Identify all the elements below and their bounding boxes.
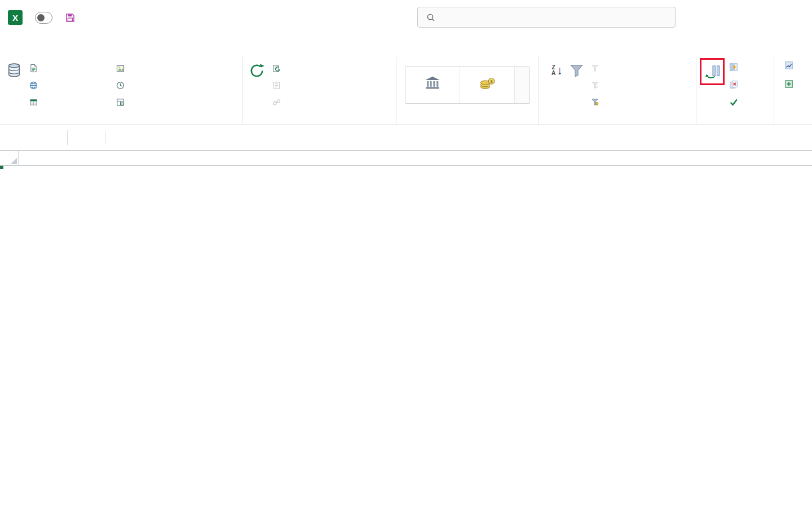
recent-sources-button[interactable] bbox=[113, 77, 213, 94]
ribbon-group-get-transform-data bbox=[0, 56, 242, 125]
search-icon bbox=[426, 13, 435, 22]
currencies-button[interactable]: $ bbox=[460, 67, 515, 103]
save-icon bbox=[65, 13, 75, 23]
excel-logo-letter: X bbox=[12, 13, 18, 23]
undo-button[interactable] bbox=[83, 17, 84, 19]
data-types-gallery: $ bbox=[405, 67, 530, 104]
flash-fill-icon bbox=[729, 63, 738, 72]
excel-logo-icon[interactable]: X bbox=[8, 10, 23, 25]
picture-icon bbox=[116, 64, 125, 73]
autosave-toggle[interactable] bbox=[35, 12, 52, 24]
filter-funnel-icon bbox=[570, 60, 584, 81]
table-icon bbox=[29, 98, 38, 107]
advanced-filter-button[interactable] bbox=[588, 94, 606, 110]
name-box[interactable] bbox=[0, 130, 68, 145]
stocks-button[interactable] bbox=[405, 67, 460, 103]
remove-duplicates-button[interactable] bbox=[727, 77, 742, 92]
refresh-all-button[interactable] bbox=[246, 58, 268, 82]
coins-icon: $ bbox=[479, 76, 496, 92]
globe-icon bbox=[29, 81, 38, 90]
from-table-range-button[interactable] bbox=[26, 94, 112, 110]
text-to-columns-button[interactable] bbox=[701, 60, 723, 83]
link-icon bbox=[272, 98, 281, 107]
filter-button[interactable] bbox=[567, 58, 586, 82]
from-picture-button[interactable] bbox=[113, 60, 213, 77]
ribbon-group-forecast-partial bbox=[774, 56, 812, 125]
group-label-sort-filter bbox=[539, 121, 696, 125]
svg-text:$: $ bbox=[490, 79, 493, 84]
ribbon-group-data-tools bbox=[696, 56, 774, 125]
text-csv-file-icon bbox=[29, 64, 38, 73]
grid-column-headers bbox=[0, 151, 812, 166]
clear-filter-button[interactable] bbox=[588, 60, 606, 77]
grid-rows bbox=[0, 166, 812, 518]
refresh-icon bbox=[249, 60, 265, 81]
what-if-analysis-button[interactable] bbox=[782, 77, 797, 91]
sort-ascending-button[interactable] bbox=[542, 64, 548, 79]
clock-icon bbox=[116, 81, 125, 90]
sort-descending-button[interactable] bbox=[542, 85, 548, 100]
flash-fill-button[interactable] bbox=[727, 60, 742, 74]
group-label-data-types bbox=[396, 121, 538, 125]
group-label-queries-connections bbox=[242, 121, 396, 125]
formula-bar bbox=[0, 125, 812, 151]
bank-icon bbox=[424, 76, 441, 92]
ribbon-group-data-types: $ bbox=[396, 56, 539, 125]
existing-connections-button[interactable] bbox=[113, 94, 213, 110]
group-label-data-tools bbox=[696, 121, 774, 125]
toggle-knob-icon bbox=[37, 14, 45, 21]
ribbon-group-sort-filter: ZA↓ bbox=[539, 56, 696, 125]
from-web-button[interactable] bbox=[26, 77, 112, 94]
sort-dialog-icon: ZA↓ bbox=[551, 60, 563, 81]
what-if-analysis-icon bbox=[784, 79, 793, 89]
group-label-get-transform bbox=[0, 121, 242, 125]
excel-window: X bbox=[0, 0, 812, 518]
text-to-columns-highlight-box bbox=[700, 58, 725, 85]
properties-button[interactable] bbox=[269, 77, 288, 94]
group-label-partial bbox=[774, 121, 812, 125]
formula-bar-separator bbox=[105, 131, 105, 144]
reapply-filter-icon bbox=[590, 81, 600, 90]
data-types-gallery-more-button[interactable] bbox=[515, 67, 529, 103]
properties-icon bbox=[272, 81, 281, 90]
get-data-button[interactable] bbox=[3, 58, 25, 82]
ribbon-group-queries-connections bbox=[242, 56, 396, 125]
queries-connections-button[interactable] bbox=[269, 60, 288, 77]
title-bar: X bbox=[0, 0, 812, 35]
save-button[interactable] bbox=[65, 13, 75, 23]
remove-duplicates-icon bbox=[729, 80, 738, 90]
connections-icon bbox=[116, 98, 125, 107]
workbook-links-button[interactable] bbox=[269, 94, 288, 110]
ribbon-tab-bar bbox=[0, 35, 812, 56]
redo-button[interactable] bbox=[92, 17, 93, 19]
advanced-filter-icon bbox=[590, 98, 600, 107]
sort-button[interactable]: ZA↓ bbox=[549, 58, 566, 82]
from-text-csv-button[interactable] bbox=[26, 60, 112, 77]
clear-filter-icon bbox=[590, 64, 600, 73]
spreadsheet-grid bbox=[0, 151, 812, 518]
forecast-sheet-icon bbox=[784, 61, 793, 70]
data-validation-icon bbox=[729, 98, 738, 107]
selection-overlay bbox=[0, 166, 2, 168]
reapply-filter-button[interactable] bbox=[588, 77, 606, 94]
select-all-corner[interactable] bbox=[0, 151, 19, 165]
get-data-database-icon bbox=[6, 60, 22, 81]
text-to-columns-icon bbox=[704, 62, 720, 82]
data-validation-button[interactable] bbox=[727, 95, 742, 109]
queries-connections-icon bbox=[272, 64, 281, 73]
ribbon: $ bbox=[0, 56, 812, 125]
forecast-sheet-button[interactable] bbox=[782, 58, 797, 73]
search-box[interactable] bbox=[417, 7, 676, 28]
